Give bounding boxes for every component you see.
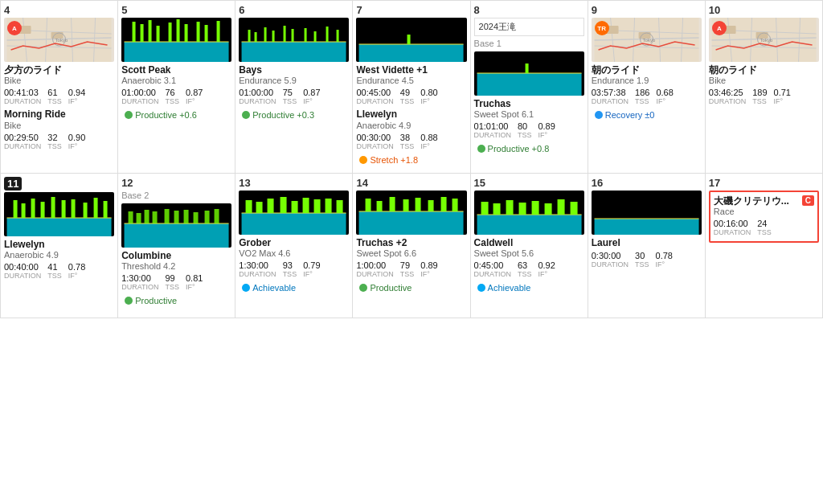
stats-row: 00:30:00 DURATION 38 TSS 0.88 IF° [356,133,466,150]
tss-value: 63 [518,260,532,270]
workout-event[interactable]: Columbine Threshold 4.2 1:30:00 DURATION… [121,203,231,307]
svg-rect-116 [428,200,434,211]
if-label: IF° [420,142,437,150]
if-value: 0.92 [538,260,555,270]
stat-tss: 99 TSS [165,273,179,291]
status-dot [477,284,485,292]
svg-rect-19 [169,23,172,42]
svg-rect-113 [390,197,395,211]
workout-event[interactable]: Tokyo A 朝のライド Bike 03:46:25 DURATION 189… [709,18,819,105]
workout-event[interactable]: Llewelyn Anaerobic 4.9 00:40:00 DURATION… [4,192,114,280]
svg-text:Tokyo: Tokyo [642,38,655,43]
day-cell-day10: 10 Tokyo A 朝のライド Bike 03:46:25 DURATION [706,1,823,174]
map-thumbnail: Tokyo A [709,18,819,62]
workout-chart [121,18,231,62]
tss-label: TSS [283,97,297,105]
duration-value: 0:45:00 [474,260,511,270]
svg-rect-34 [305,28,307,42]
status-dot [125,297,133,305]
workout-event[interactable]: Grober VO2 Max 4.6 1:30:00 DURATION 93 T… [239,191,349,294]
svg-rect-90 [165,209,170,223]
race-event[interactable]: 大磯クリテリウ... C Race 00:16:00 DURATION 24 T… [709,191,819,243]
svg-text:Tokyo: Tokyo [760,38,772,43]
day-cell-day5: 5 Scott Peak Anaerobic 3.1 01:00:00 DURA… [118,1,235,174]
workout-event[interactable]: Llewelyn Anaerobic 4.9 00:30:00 DURATION… [356,109,466,166]
duration-value: 1:30:00 [239,260,276,270]
if-value: 0.79 [303,260,320,270]
workout-event[interactable]: West Vidette +1 Endurance 4.5 00:45:00 D… [356,18,466,105]
stats-row: 01:01:00 DURATION 80 TSS 0.89 IF° [474,121,584,139]
day-number: 5 [121,4,127,16]
stats-row: 01:00:00 DURATION 76 TSS 0.87 IF° [121,88,231,105]
if-label: IF° [538,270,555,278]
svg-rect-105 [314,199,321,213]
day-cell-day16: 16 Laurel 0:30:00 DURATION 30 TSS 0.78 I… [588,174,706,318]
svg-rect-103 [292,201,298,213]
tss-label: TSS [283,270,297,278]
workout-chart [239,18,349,62]
status-label: Recovery ±0 [605,110,655,120]
day-cell-day17: 17 大磯クリテリウ... C Race 00:16:00 DURATION 2… [706,174,823,318]
day-cell-day8: 82024王滝Base 1 Truchas Sweet Spot 6.1 01:… [471,1,588,174]
tss-label: TSS [47,97,62,105]
day-number: 9 [592,4,597,16]
status-dot [242,111,250,119]
status-dot [359,156,367,164]
stat-tss: 186 TSS [635,88,649,105]
workout-event[interactable]: Tokyo A 夕方のライド Bike 00:41:03 DURATION 61… [4,18,114,105]
duration-label: DURATION [4,97,41,105]
workout-event[interactable]: Truchas Sweet Spot 6.1 01:01:00 DURATION… [474,51,584,155]
svg-rect-122 [481,202,488,215]
workout-name: Caldwell [474,237,584,248]
stat-tss: 38 TSS [400,133,415,150]
svg-rect-115 [416,198,421,211]
tss-value: 75 [283,88,297,97]
duration-value: 00:40:00 [4,262,41,272]
workout-event[interactable]: Laurel 0:30:00 DURATION 30 TSS 0.78 IF° [592,191,702,268]
status-badge: Achievable [474,281,534,294]
svg-rect-74 [22,203,26,218]
workout-event[interactable]: Truchas +2 Sweet Spot 6.6 1:00:00 DURATI… [356,191,466,294]
workout-chart [4,192,114,236]
svg-rect-91 [174,211,179,223]
workout-chart [356,18,466,62]
workout-name: Truchas +2 [356,237,466,248]
tss-value: 32 [47,133,62,142]
phase-sublabel: Base 1 [474,39,584,48]
status-dot [359,284,367,292]
duration-value: 0:30:00 [592,251,629,260]
stat-duration: 01:01:00 DURATION [474,121,511,139]
if-label: IF° [420,97,437,105]
duration-label: DURATION [356,97,393,105]
workout-event[interactable]: Tokyo TR 朝のライド Endurance 1.9 03:57:38 DU… [592,18,702,121]
duration-value: 01:00:00 [121,88,158,97]
stat-if: 0.78 IF° [68,262,85,280]
day-cell-day15: 15 Caldwell Sweet Spot 5.6 0:45:00 DURAT… [471,174,588,318]
day-number: 11 [4,177,22,191]
tss-label: TSS [47,272,62,280]
duration-label: DURATION [4,142,41,150]
workout-event[interactable]: Caldwell Sweet Spot 5.6 0:45:00 DURATION… [474,191,584,294]
workout-name: Truchas [474,98,584,109]
tss-value: 76 [165,88,179,97]
svg-rect-95 [215,209,219,223]
stat-duration: 00:16:00 DURATION [714,219,751,236]
svg-rect-117 [441,197,447,211]
workout-event[interactable]: Morning Ride Bike 00:29:50 DURATION 32 T… [4,109,114,150]
day-number: 17 [709,177,720,189]
workout-name: Llewelyn [356,109,466,120]
svg-rect-112 [377,201,383,211]
svg-rect-80 [84,203,88,218]
workout-event[interactable]: Scott Peak Anaerobic 3.1 01:00:00 DURATI… [121,18,231,121]
workout-event[interactable]: Bays Endurance 5.9 01:00:00 DURATION 75 … [239,18,349,121]
map-thumbnail: Tokyo TR [592,18,702,62]
svg-rect-102 [280,197,287,213]
app-logo: A [7,21,22,35]
duration-label: DURATION [474,131,511,139]
duration-label: DURATION [474,270,511,278]
svg-rect-22 [197,22,200,42]
duration-label: DURATION [121,283,158,291]
stat-tss: 189 TSS [752,88,767,105]
if-label: IF° [186,283,203,291]
status-dot [477,145,485,153]
